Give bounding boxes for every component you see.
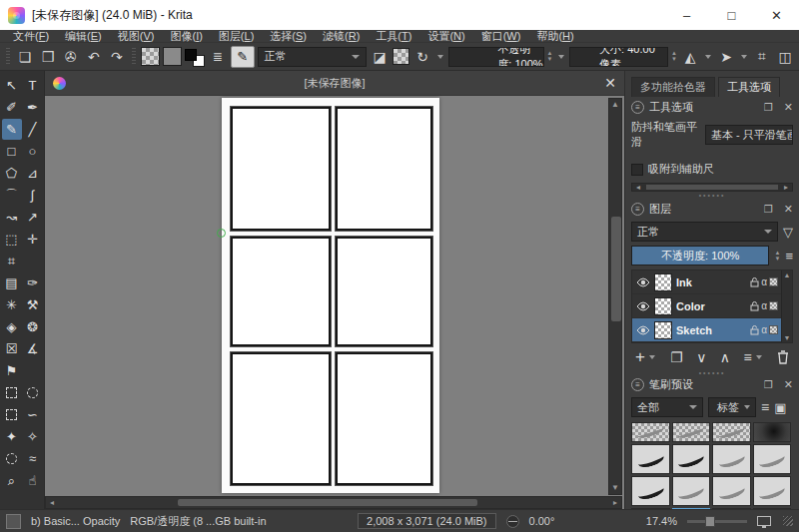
close-docker-icon[interactable]: ✕ [784, 378, 793, 391]
brush-preset-thumb[interactable] [753, 422, 792, 442]
brush-preset-thumb[interactable] [753, 476, 792, 506]
inherit-alpha-icon[interactable]: α [761, 300, 767, 311]
tool-ellipse-select[interactable] [23, 382, 43, 403]
scroll-right-icon[interactable]: ▸ [780, 183, 792, 192]
duplicate-layer-button[interactable]: ❐ [670, 349, 683, 365]
docker-lock-icon[interactable]: ≡ [631, 378, 644, 391]
menu-item[interactable]: 滤镜(R) [316, 29, 367, 44]
tool-move[interactable]: ✛ [23, 229, 43, 250]
size-spinner[interactable]: ▲▼ [671, 51, 677, 62]
brush-filter-dropdown[interactable]: 全部 [631, 397, 703, 417]
canvas-page[interactable] [222, 98, 439, 493]
brush-preset-thumb[interactable] [631, 444, 670, 474]
brush-preset-thumb[interactable] [712, 444, 751, 474]
maximize-button[interactable]: □ [709, 0, 754, 30]
zoom-slider-knob[interactable] [705, 516, 715, 527]
tool-ellipse[interactable]: ○ [23, 141, 43, 162]
canvas-area[interactable]: [未保存图像] ✕ ▲ ▼ ◂ ▸ [45, 71, 624, 509]
brush-preset-thumb[interactable] [753, 444, 792, 474]
horizontal-mirror-button[interactable]: ◭ [680, 46, 700, 68]
tool-pan[interactable]: ☝ [23, 470, 43, 491]
undo-button[interactable]: ↶ [84, 46, 104, 68]
opacity-spinner[interactable]: ▲▼ [547, 51, 553, 62]
layer-lock-icon[interactable] [750, 301, 759, 311]
menu-item[interactable]: 窗口(W) [474, 29, 528, 44]
wraparound-mode-button[interactable]: ➤ [716, 46, 736, 68]
docker-tab[interactable]: 工具选项 [718, 77, 780, 97]
layer-name[interactable]: Color [676, 300, 746, 312]
docker-lock-icon[interactable]: ≡ [631, 203, 644, 216]
choose-brush-preset-button[interactable]: ≣ [208, 46, 228, 68]
chevron-down-icon[interactable] [649, 355, 655, 359]
docker-tab[interactable]: 多功能拾色器 [631, 77, 715, 97]
layer-opacity-slider[interactable]: 不透明度: 100% [631, 246, 769, 266]
tool-magnetic-select[interactable]: ≈ [23, 448, 43, 469]
docker-lock-icon[interactable]: ≡ [631, 101, 644, 114]
eraser-mode-button[interactable]: ◪ [370, 46, 390, 68]
alpha-lock-icon[interactable] [769, 301, 778, 310]
canvas-horizontal-scrollbar[interactable]: ◂ ▸ [45, 496, 622, 509]
tool-multibrush[interactable]: ↗ [23, 207, 43, 228]
add-layer-button[interactable]: + [635, 347, 645, 367]
layer-filter-icon[interactable]: ▽ [783, 225, 793, 240]
tool-smart-patch[interactable]: ⚒ [23, 294, 43, 315]
scroll-down-icon[interactable]: ▼ [609, 482, 621, 494]
delete-layer-button[interactable] [777, 350, 789, 364]
document-close-icon[interactable]: ✕ [604, 75, 616, 91]
layer-thumbnail[interactable] [654, 321, 672, 339]
toolbar-grip[interactable] [6, 48, 10, 66]
tool-text[interactable]: T [23, 75, 43, 96]
tool-fill[interactable]: ◈ [2, 316, 22, 337]
layer-visibility-eye-icon[interactable] [636, 277, 650, 287]
scroll-up-icon[interactable]: ▲ [784, 271, 791, 278]
layer-thumbnail[interactable] [654, 273, 672, 291]
alpha-lock-icon[interactable] [769, 277, 778, 286]
tool-enclose-fill[interactable]: ❂ [23, 316, 43, 337]
canvas-vertical-scrollbar[interactable]: ▲ ▼ [608, 98, 622, 495]
stabilizer-dropdown[interactable]: 基本 - 只平滑笔画 [705, 125, 793, 145]
tool-polygon-select[interactable] [2, 404, 22, 425]
scroll-thumb[interactable] [646, 185, 778, 190]
foreground-color-swatch[interactable] [185, 49, 197, 61]
layer-visibility-eye-icon[interactable] [636, 325, 650, 335]
layer-list-scrollbar[interactable]: ▲▼ [781, 270, 792, 342]
layer-row-color[interactable]: Colorα [632, 294, 792, 318]
tool-measure[interactable]: ∡ [23, 338, 43, 359]
chevron-down-icon[interactable] [437, 55, 443, 59]
tool-crop[interactable]: ⌗ [2, 251, 22, 271]
close-docker-icon[interactable]: ✕ [784, 203, 793, 216]
brush-preset-thumb[interactable] [672, 476, 711, 506]
tool-polygon[interactable]: ⬠ [2, 163, 22, 184]
scroll-down-icon[interactable]: ▼ [784, 334, 791, 341]
brush-preset-thumb[interactable] [631, 422, 670, 442]
gradient-swatch-button[interactable] [141, 47, 160, 66]
layer-opacity-spinner[interactable]: ▲▼ [774, 251, 780, 262]
redo-button[interactable]: ↷ [107, 46, 127, 68]
brush-preset-thumb[interactable] [712, 422, 751, 442]
tool-rectangle[interactable]: □ [2, 141, 22, 162]
preserve-alpha-button[interactable] [393, 48, 409, 65]
tool-options-hscrollbar[interactable]: ◂▸ [631, 183, 793, 192]
close-docker-icon[interactable]: ✕ [784, 101, 793, 114]
zoom-slider[interactable] [687, 520, 747, 523]
layer-name[interactable]: Ink [676, 276, 746, 288]
brush-list-options-icon[interactable]: ≡ [761, 399, 769, 415]
foreground-background-colors[interactable] [185, 47, 205, 67]
layer-row-sketch[interactable]: Sketchα [632, 318, 792, 342]
inherit-alpha-icon[interactable]: α [761, 324, 767, 335]
close-button[interactable]: ✕ [754, 0, 799, 30]
layer-options-icon[interactable]: ≡ [785, 249, 793, 264]
save-button[interactable]: ✇ [61, 46, 81, 68]
menu-item[interactable]: 帮助(H) [529, 29, 580, 44]
tool-line[interactable]: ╱ [23, 119, 43, 140]
layer-name[interactable]: Sketch [676, 324, 746, 336]
tool-freehand-brush[interactable]: ✎ [2, 119, 22, 140]
horizontal-scroll-thumb[interactable] [178, 499, 477, 506]
menu-item[interactable]: 文件(F) [6, 29, 56, 44]
selection-indicator-icon[interactable] [6, 514, 21, 529]
brush-size-slider[interactable]: 大小: 40.00 像素 [569, 47, 669, 67]
scroll-right-icon[interactable]: ▸ [609, 498, 621, 507]
fit-to-screen-icon[interactable] [757, 516, 771, 526]
tool-rect-select[interactable] [2, 382, 22, 403]
layer-lock-icon[interactable] [750, 277, 759, 287]
